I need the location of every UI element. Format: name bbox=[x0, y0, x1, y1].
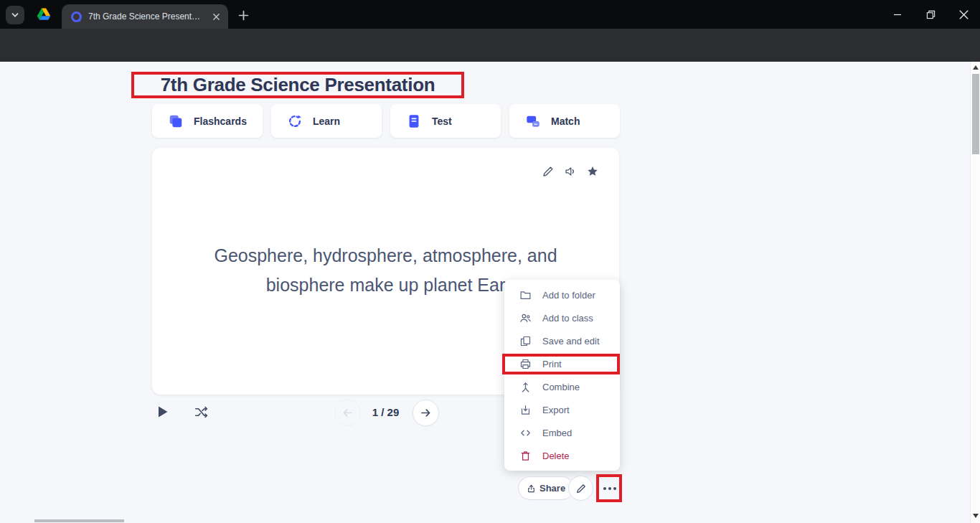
next-card-button[interactable] bbox=[413, 400, 439, 426]
menu-item-label: Embed bbox=[542, 428, 572, 438]
code-icon bbox=[519, 427, 532, 439]
menu-item-delete[interactable]: Delete bbox=[504, 444, 620, 467]
menu-item-label: Delete bbox=[542, 451, 570, 461]
mode-test[interactable]: Test bbox=[390, 104, 501, 138]
audio-speaker-icon[interactable] bbox=[564, 165, 577, 178]
previous-card-button[interactable] bbox=[334, 400, 361, 426]
scroll-up-arrow[interactable] bbox=[973, 65, 979, 70]
menu-item-save-and-edit[interactable]: Save and edit bbox=[504, 329, 620, 352]
card-counter: 1 / 29 bbox=[359, 406, 413, 418]
scroll-down-arrow[interactable] bbox=[973, 514, 979, 518]
horizontal-scrollbar-thumb[interactable] bbox=[34, 519, 124, 522]
pencil-icon bbox=[575, 483, 587, 494]
flashcard-line1: Geosphere, hydrosphere, atmosphere, and bbox=[152, 241, 619, 270]
mode-label: Test bbox=[432, 116, 452, 127]
mode-label: Learn bbox=[313, 116, 340, 127]
ellipsis-icon bbox=[603, 487, 606, 490]
new-tab-button[interactable] bbox=[235, 7, 251, 23]
tab-search-button[interactable] bbox=[6, 6, 24, 24]
export-icon bbox=[519, 404, 532, 416]
tab-title: 7th Grade Science Presentation bbox=[88, 11, 204, 22]
flashcard-tools bbox=[542, 165, 599, 178]
test-icon bbox=[406, 113, 422, 129]
printer-icon bbox=[519, 358, 532, 370]
edit-set-button[interactable] bbox=[568, 476, 593, 501]
page-title: 7th Grade Science Presentation bbox=[161, 74, 435, 96]
mode-label: Match bbox=[551, 116, 580, 127]
minimize-button[interactable] bbox=[881, 0, 914, 29]
set-actions: Share bbox=[0, 476, 980, 504]
play-icon[interactable] bbox=[157, 405, 169, 418]
menu-item-label: Combine bbox=[542, 382, 580, 392]
mode-label: Flashcards bbox=[194, 116, 247, 127]
menu-item-label: Save and edit bbox=[542, 336, 600, 347]
browser-window: 7th Grade Science Presentation bbox=[0, 0, 980, 523]
copy-icon bbox=[519, 335, 532, 347]
folder-icon bbox=[519, 289, 532, 301]
google-drive-icon[interactable] bbox=[37, 7, 51, 22]
match-icon bbox=[525, 113, 541, 129]
share-label: Share bbox=[540, 483, 565, 494]
mode-learn[interactable]: Learn bbox=[271, 104, 382, 138]
vertical-scrollbar[interactable] bbox=[970, 62, 980, 523]
menu-item-label: Add to folder bbox=[542, 290, 595, 301]
card-controls: 1 / 29 bbox=[0, 400, 980, 428]
quizlet-page: 7th Grade Science Presentation Flashcard… bbox=[0, 62, 980, 523]
share-icon bbox=[527, 484, 536, 494]
star-icon[interactable] bbox=[586, 165, 599, 178]
flashcards-icon bbox=[168, 113, 184, 129]
share-button[interactable]: Share bbox=[518, 476, 574, 500]
chevron-down-icon bbox=[11, 11, 19, 19]
browser-titlebar: 7th Grade Science Presentation bbox=[0, 0, 980, 29]
options-dropdown-menu: Add to folder Add to class Save and edit… bbox=[504, 280, 620, 471]
menu-item-label: Add to class bbox=[542, 313, 593, 324]
trash-icon bbox=[519, 450, 532, 462]
menu-item-embed[interactable]: Embed bbox=[504, 421, 620, 444]
shuffle-icon[interactable] bbox=[194, 405, 209, 419]
window-controls bbox=[881, 0, 980, 29]
people-icon bbox=[519, 312, 532, 324]
browser-toolbar: quizlet.com/923435932/7th-grade-science-… bbox=[0, 29, 980, 62]
restore-button[interactable] bbox=[914, 0, 947, 29]
merge-icon bbox=[519, 381, 532, 393]
menu-item-add-to-folder[interactable]: Add to folder bbox=[504, 283, 620, 306]
menu-item-label: Export bbox=[542, 405, 570, 415]
mode-flashcards[interactable]: Flashcards bbox=[152, 104, 263, 138]
menu-item-print[interactable]: Print bbox=[504, 352, 620, 375]
menu-item-label: Print bbox=[542, 359, 562, 369]
menu-item-combine[interactable]: Combine bbox=[504, 375, 620, 398]
annotation-box-title: 7th Grade Science Presentation bbox=[131, 72, 464, 98]
mode-match[interactable]: Match bbox=[509, 104, 620, 138]
menu-item-add-to-class[interactable]: Add to class bbox=[504, 306, 620, 329]
browser-tab[interactable]: 7th Grade Science Presentation bbox=[62, 4, 228, 29]
study-modes: Flashcards Learn Test Match bbox=[152, 104, 620, 138]
close-window-button[interactable] bbox=[947, 0, 980, 29]
quizlet-favicon bbox=[70, 11, 83, 23]
menu-item-export[interactable]: Export bbox=[504, 398, 620, 421]
edit-pencil-icon[interactable] bbox=[542, 165, 555, 178]
tab-close-icon[interactable] bbox=[209, 10, 222, 23]
more-options-button[interactable] bbox=[601, 480, 618, 497]
scrollbar-thumb[interactable] bbox=[972, 74, 979, 154]
learn-icon bbox=[287, 113, 303, 129]
